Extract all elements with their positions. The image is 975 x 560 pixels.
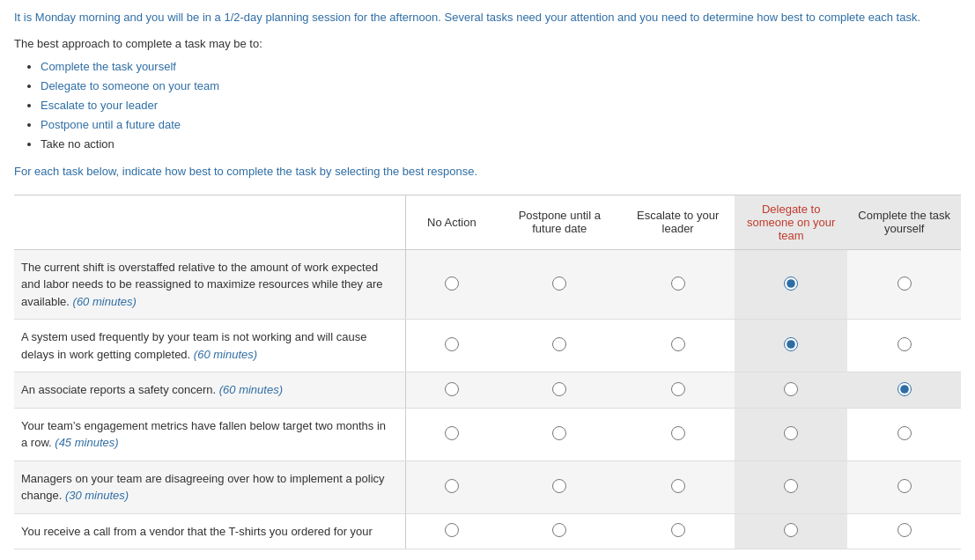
- radio-no_action-3[interactable]: [445, 382, 459, 396]
- radio-escalate-1[interactable]: [671, 276, 685, 291]
- radio-complete-2[interactable]: [897, 337, 912, 351]
- approach-heading: The best approach to complete a task may…: [14, 35, 961, 53]
- cell-no_action-2: [405, 320, 498, 372]
- approach-list: Complete the task yourself Delegate to s…: [41, 57, 961, 154]
- cell-postpone-5: [498, 461, 621, 513]
- radio-escalate-5[interactable]: [671, 479, 685, 493]
- col-header-complete: Complete the task yourself: [847, 195, 961, 249]
- cell-complete-3: [847, 372, 961, 409]
- radio-complete-5[interactable]: [897, 479, 912, 493]
- col-header-delegate: Delegate to someone on your team: [735, 195, 848, 249]
- bullet-4: Postpone until a future date: [41, 115, 961, 135]
- radio-delegate-3[interactable]: [784, 382, 798, 396]
- cell-no_action-4: [405, 408, 498, 461]
- radio-no_action-6[interactable]: [445, 523, 459, 537]
- cell-complete-2: [847, 320, 961, 372]
- scenario-cell-2: A system used frequently by your team is…: [14, 320, 405, 372]
- cell-postpone-4: [498, 408, 621, 461]
- cell-no_action-6: [405, 513, 498, 549]
- cell-delegate-2: [735, 320, 848, 372]
- cell-escalate-3: [621, 372, 735, 409]
- cell-no_action-1: [405, 249, 498, 320]
- cell-delegate-1: [735, 249, 848, 320]
- cell-postpone-3: [498, 372, 621, 409]
- col-header-no-action: No Action: [405, 195, 498, 249]
- scenario-cell-6: You receive a call from a vendor that th…: [14, 513, 405, 549]
- cell-escalate-2: [621, 320, 735, 372]
- cell-complete-4: [847, 408, 961, 461]
- scenario-cell-1: The current shift is overstaffed relativ…: [14, 249, 405, 320]
- radio-escalate-3[interactable]: [671, 382, 685, 396]
- response-table: No Action Postpone until a future date E…: [14, 195, 961, 550]
- radio-complete-3[interactable]: [897, 382, 912, 396]
- cell-complete-6: [847, 513, 961, 549]
- radio-delegate-5[interactable]: [784, 479, 798, 493]
- cell-escalate-5: [621, 461, 735, 513]
- radio-postpone-1[interactable]: [552, 276, 566, 291]
- bullet-5: Take no action: [41, 135, 961, 154]
- radio-escalate-4[interactable]: [671, 426, 685, 440]
- radio-escalate-2[interactable]: [671, 337, 685, 351]
- radio-complete-6[interactable]: [897, 523, 912, 537]
- scenario-cell-5: Managers on your team are disagreeing ov…: [14, 461, 405, 513]
- radio-complete-4[interactable]: [897, 426, 912, 440]
- cell-escalate-1: [621, 249, 735, 320]
- radio-no_action-4[interactable]: [445, 426, 459, 440]
- radio-escalate-6[interactable]: [671, 523, 685, 537]
- col-header-scenario: [14, 195, 405, 249]
- table-row: A system used frequently by your team is…: [14, 320, 961, 372]
- radio-postpone-5[interactable]: [552, 479, 566, 493]
- table-row: The current shift is overstaffed relativ…: [14, 249, 961, 320]
- radio-no_action-5[interactable]: [445, 479, 459, 493]
- cell-no_action-5: [405, 461, 498, 513]
- cell-postpone-6: [498, 513, 621, 549]
- table-row: An associate reports a safety concern. (…: [14, 372, 961, 409]
- scenario-cell-3: An associate reports a safety concern. (…: [14, 372, 405, 409]
- table-row: Managers on your team are disagreeing ov…: [14, 461, 961, 513]
- table-row: You receive a call from a vendor that th…: [14, 513, 961, 549]
- cell-delegate-3: [735, 372, 848, 409]
- radio-no_action-1[interactable]: [445, 276, 459, 291]
- table-row: Your team’s engagement metrics have fall…: [14, 408, 961, 461]
- instruction-text: For each task below, indicate how best t…: [14, 163, 961, 181]
- cell-postpone-1: [498, 249, 621, 320]
- bullet-3: Escalate to your leader: [41, 96, 961, 115]
- cell-no_action-3: [405, 372, 498, 409]
- cell-escalate-4: [621, 408, 735, 461]
- cell-delegate-4: [735, 408, 848, 461]
- cell-postpone-2: [498, 320, 621, 372]
- radio-postpone-3[interactable]: [552, 382, 566, 396]
- col-header-escalate: Escalate to your leader: [621, 195, 735, 249]
- cell-complete-1: [847, 249, 961, 320]
- cell-escalate-6: [621, 513, 735, 549]
- scenario-cell-4: Your team’s engagement metrics have fall…: [14, 408, 405, 461]
- radio-complete-1[interactable]: [897, 276, 912, 291]
- intro-text: It is Monday morning and you will be in …: [14, 9, 961, 26]
- radio-delegate-2[interactable]: [784, 337, 798, 351]
- radio-delegate-4[interactable]: [784, 426, 798, 440]
- radio-no_action-2[interactable]: [445, 337, 459, 351]
- radio-postpone-2[interactable]: [552, 337, 566, 351]
- radio-postpone-6[interactable]: [552, 523, 566, 537]
- cell-delegate-6: [735, 513, 848, 549]
- radio-postpone-4[interactable]: [552, 426, 566, 440]
- radio-delegate-6[interactable]: [784, 523, 798, 537]
- bullet-2: Delegate to someone on your team: [41, 77, 961, 96]
- radio-delegate-1[interactable]: [784, 276, 798, 291]
- col-header-postpone: Postpone until a future date: [498, 195, 621, 249]
- cell-delegate-5: [735, 461, 848, 513]
- bullet-1: Complete the task yourself: [41, 57, 961, 77]
- cell-complete-5: [847, 461, 961, 513]
